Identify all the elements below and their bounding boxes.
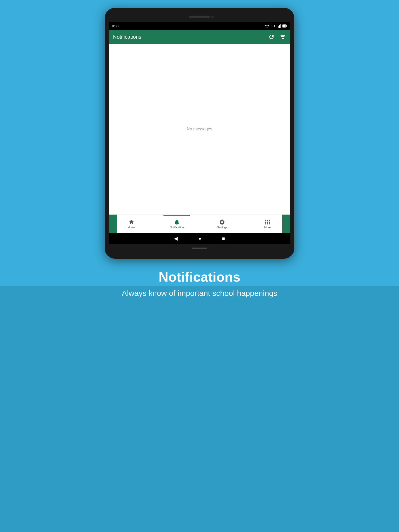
- toolbar-actions: [268, 34, 286, 40]
- caption-subtitle: Always know of important school happenin…: [122, 289, 277, 298]
- caption-section: Notifications Always know of important s…: [101, 269, 298, 298]
- status-time: 8:00: [112, 24, 118, 28]
- svg-rect-6: [287, 25, 287, 27]
- svg-rect-16: [269, 223, 270, 224]
- svg-rect-10: [269, 220, 270, 221]
- battery-icon: [282, 24, 287, 28]
- svg-rect-11: [265, 222, 266, 223]
- tablet-top-bar: [109, 13, 290, 21]
- background-bottom: [0, 286, 399, 532]
- android-status-bar: 8:00 LTE: [109, 22, 290, 30]
- tablet-bottom-bar: [109, 246, 290, 251]
- settings-icon: [219, 219, 225, 225]
- svg-rect-13: [269, 222, 270, 223]
- tab-settings-label: Settings: [217, 226, 227, 229]
- app-screen: Notifications No messages: [109, 30, 290, 233]
- tab-notification-label: Notification: [170, 226, 184, 229]
- caption-title: Notifications: [122, 269, 277, 285]
- svg-rect-3: [279, 25, 280, 28]
- lte-label: LTE: [271, 24, 276, 28]
- refresh-icon[interactable]: [268, 34, 275, 40]
- tablet-speaker: [189, 16, 210, 18]
- home-icon: [128, 219, 135, 225]
- more-grid-icon: [264, 219, 271, 225]
- tablet-camera: [211, 16, 214, 18]
- svg-rect-12: [267, 222, 268, 223]
- svg-rect-7: [283, 25, 286, 27]
- svg-rect-8: [265, 220, 266, 221]
- svg-rect-14: [265, 223, 266, 224]
- bottom-navigation: Home Notification Settings: [109, 215, 290, 233]
- signal-icon: [278, 24, 281, 28]
- svg-rect-9: [267, 220, 268, 221]
- svg-point-0: [267, 27, 267, 28]
- svg-rect-1: [278, 26, 278, 28]
- bell-icon: [174, 219, 180, 225]
- empty-message: No messages: [187, 127, 212, 131]
- notifications-content: No messages: [109, 44, 290, 215]
- home-button[interactable]: ●: [198, 236, 201, 241]
- svg-rect-2: [278, 26, 279, 28]
- tab-settings[interactable]: Settings: [200, 215, 245, 233]
- tab-more-label: More: [264, 226, 271, 229]
- status-right-icons: LTE: [265, 24, 287, 28]
- tab-notification[interactable]: Notification: [154, 215, 200, 233]
- filter-icon[interactable]: [280, 34, 286, 40]
- tab-home[interactable]: Home: [109, 215, 154, 233]
- tab-home-label: Home: [128, 226, 135, 229]
- tab-more[interactable]: More: [245, 215, 290, 233]
- svg-rect-4: [280, 24, 281, 28]
- tablet-home-indicator: [192, 248, 207, 249]
- svg-rect-15: [267, 223, 268, 224]
- app-toolbar: Notifications: [109, 30, 290, 44]
- back-button[interactable]: ◀: [174, 236, 178, 241]
- wifi-icon: [265, 24, 269, 28]
- app-toolbar-title: Notifications: [113, 34, 141, 40]
- android-nav-bar: ◀ ● ■: [109, 233, 290, 244]
- tablet-device: 8:00 LTE: [105, 8, 294, 259]
- recents-button[interactable]: ■: [222, 236, 225, 241]
